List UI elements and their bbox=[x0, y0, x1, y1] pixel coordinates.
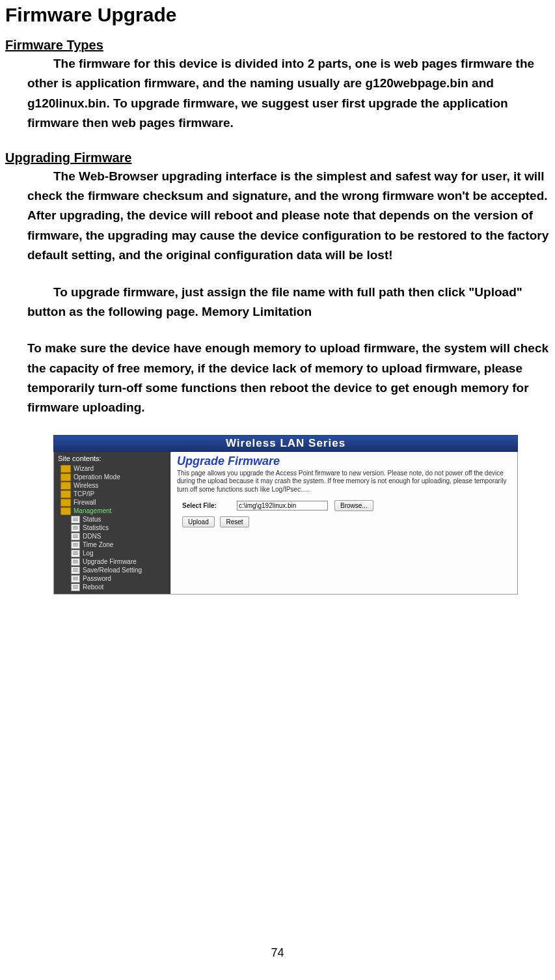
content-heading: Upgrade Firmware bbox=[177, 455, 511, 468]
doc-icon bbox=[71, 524, 80, 532]
sidebar-subitem-label: Save/Reload Setting bbox=[83, 567, 142, 574]
doc-icon bbox=[71, 541, 80, 549]
select-file-label: Select File: bbox=[182, 502, 230, 509]
content-panel: Upgrade Firmware This page allows you up… bbox=[170, 452, 517, 594]
sidebar-subitem-label: Log bbox=[83, 550, 94, 557]
section-body-upgrading-2: To upgrade firmware, just assign the fil… bbox=[27, 283, 550, 322]
sidebar-item-label: Firewall bbox=[74, 499, 96, 506]
doc-icon bbox=[71, 558, 80, 566]
folder-icon bbox=[61, 473, 71, 481]
section-body-upgrading-1: The Web-Browser upgrading interface is t… bbox=[27, 167, 550, 266]
section-body-firmware-types: The firmware for this device is divided … bbox=[27, 54, 550, 133]
sidebar-subitem-label: Time Zone bbox=[83, 541, 113, 548]
page-title: Firmware Upgrade bbox=[5, 4, 550, 26]
sidebar-subitem-label: Reboot bbox=[83, 583, 103, 591]
sidebar-subitem-save-reload[interactable]: Save/Reload Setting bbox=[71, 567, 170, 575]
doc-icon bbox=[71, 550, 80, 557]
section-heading-upgrading-firmware: Upgrading Firmware bbox=[5, 150, 550, 165]
sidebar-item-wireless[interactable]: Wireless bbox=[54, 482, 170, 490]
sidebar-item-operation-mode[interactable]: Operation Mode bbox=[54, 473, 170, 482]
doc-icon bbox=[71, 567, 80, 574]
sidebar-subitem-statistics[interactable]: Statistics bbox=[71, 524, 170, 533]
section-heading-firmware-types: Firmware Types bbox=[5, 38, 550, 53]
sidebar-subitem-time-zone[interactable]: Time Zone bbox=[71, 541, 170, 550]
sidebar-item-label: Wizard bbox=[74, 465, 94, 472]
select-file-row: Select File: Browse... bbox=[182, 500, 511, 511]
content-description: This page allows you upgrade the Access … bbox=[177, 469, 511, 494]
sidebar-item-label: Wireless bbox=[74, 482, 98, 489]
sidebar-subitem-label: Statistics bbox=[83, 524, 109, 531]
doc-icon bbox=[71, 533, 80, 540]
sidebar-item-label: Management bbox=[74, 507, 111, 514]
sidebar-item-tcpip[interactable]: TCP/IP bbox=[54, 490, 170, 499]
folder-icon bbox=[61, 507, 71, 515]
folder-icon bbox=[61, 465, 71, 473]
sidebar-subitem-label: Upgrade Firmware bbox=[83, 558, 137, 565]
button-row: Upload Reset bbox=[182, 516, 511, 527]
sidebar-subitem-log[interactable]: Log bbox=[71, 550, 170, 558]
folder-icon bbox=[61, 490, 71, 498]
window-title-bar: Wireless LAN Series bbox=[53, 435, 518, 452]
doc-icon bbox=[71, 575, 80, 583]
sidebar-item-management[interactable]: Management bbox=[54, 507, 170, 516]
sidebar-subitem-label: DDNS bbox=[83, 533, 101, 540]
sidebar: Site contents: Wizard Operation Mode Wir… bbox=[54, 452, 170, 594]
folder-icon bbox=[61, 482, 71, 490]
sidebar-subitem-reboot[interactable]: Reboot bbox=[71, 583, 170, 592]
folder-icon bbox=[61, 499, 71, 507]
file-path-input[interactable] bbox=[237, 501, 328, 511]
sidebar-subitem-status[interactable]: Status bbox=[71, 516, 170, 524]
sidebar-item-label: Operation Mode bbox=[74, 473, 120, 481]
upload-button[interactable]: Upload bbox=[182, 516, 215, 527]
sidebar-title: Site contents: bbox=[54, 453, 170, 465]
sidebar-item-label: TCP/IP bbox=[74, 490, 94, 497]
sidebar-subitem-label: Password bbox=[83, 575, 111, 582]
doc-icon bbox=[71, 583, 80, 591]
doc-icon bbox=[71, 516, 80, 524]
sidebar-subitem-password[interactable]: Password bbox=[71, 575, 170, 583]
sidebar-subitem-ddns[interactable]: DDNS bbox=[71, 533, 170, 541]
browse-button[interactable]: Browse... bbox=[334, 500, 373, 511]
section-body-upgrading-3: To make sure the device have enough memo… bbox=[27, 339, 550, 418]
sidebar-subitem-label: Status bbox=[83, 516, 101, 523]
sidebar-item-firewall[interactable]: Firewall bbox=[54, 499, 170, 507]
sidebar-subitem-upgrade-firmware[interactable]: Upgrade Firmware bbox=[71, 558, 170, 567]
embedded-screenshot: Wireless LAN Series Site contents: Wizar… bbox=[53, 435, 518, 595]
page-number: 74 bbox=[5, 946, 550, 966]
sidebar-item-wizard[interactable]: Wizard bbox=[54, 465, 170, 473]
reset-button[interactable]: Reset bbox=[220, 516, 249, 527]
